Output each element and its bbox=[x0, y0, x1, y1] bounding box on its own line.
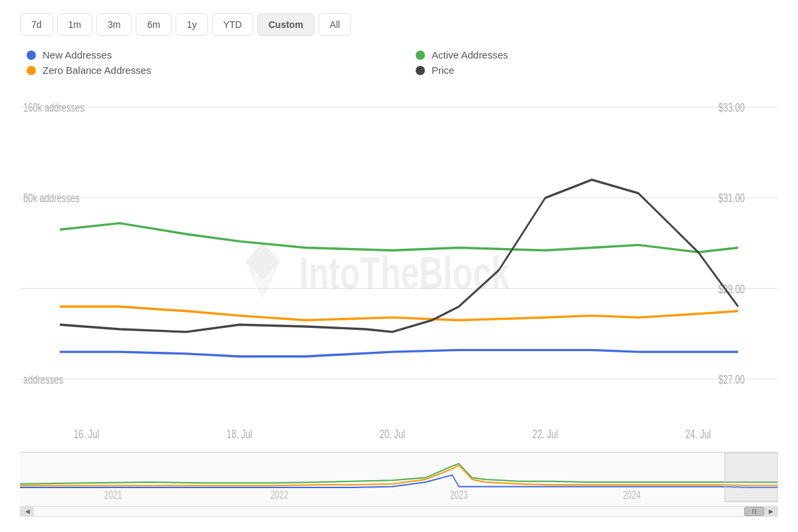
navigator-scrollbar[interactable]: ◀ ▶ bbox=[20, 506, 778, 517]
svg-text:IntoTheBlock: IntoTheBlock bbox=[299, 247, 510, 298]
svg-text:16. Jul: 16. Jul bbox=[74, 428, 99, 440]
legend-item-active: Active Addresses bbox=[416, 49, 778, 61]
chart-wrapper: IntoTheBlock 160k addresses 80k addresse… bbox=[20, 89, 778, 519]
svg-text:2024: 2024 bbox=[623, 489, 641, 501]
legend-dot-active bbox=[416, 51, 425, 60]
nav-left-arrow[interactable]: ◀ bbox=[21, 507, 34, 516]
time-btn-3m[interactable]: 3m bbox=[96, 13, 132, 36]
time-range-buttons: 7d1m3m6m1yYTDCustomAll bbox=[20, 13, 778, 36]
legend-label-active: Active Addresses bbox=[432, 49, 508, 61]
legend-item-zero: Zero Balance Addresses bbox=[27, 65, 389, 76]
chart-svg: IntoTheBlock 160k addresses 80k addresse… bbox=[20, 89, 778, 452]
nav-track[interactable] bbox=[34, 507, 764, 516]
svg-text:20. Jul: 20. Jul bbox=[380, 428, 405, 440]
svg-text:$31.00: $31.00 bbox=[718, 192, 745, 204]
svg-text:addresses: addresses bbox=[23, 373, 63, 386]
legend-item-price: Price bbox=[416, 65, 778, 76]
main-container: 7d1m3m6m1yYTDCustomAll New AddressesActi… bbox=[0, 0, 798, 532]
legend-label-price: Price bbox=[432, 65, 454, 76]
svg-text:18. Jul: 18. Jul bbox=[227, 428, 252, 440]
nav-right-arrow[interactable]: ▶ bbox=[764, 507, 777, 516]
svg-text:$33.00: $33.00 bbox=[718, 101, 745, 114]
svg-text:2022: 2022 bbox=[271, 489, 289, 501]
time-btn-1m[interactable]: 1m bbox=[57, 13, 92, 36]
svg-text:2021: 2021 bbox=[104, 489, 122, 501]
navigator: 2021 2022 2023 2024 ◀ bbox=[20, 452, 778, 519]
legend-dot-zero bbox=[27, 66, 36, 75]
time-btn-all[interactable]: All bbox=[319, 13, 352, 36]
legend-item-new: New Addresses bbox=[27, 49, 389, 61]
svg-text:160k addresses: 160k addresses bbox=[23, 101, 84, 114]
svg-marker-5 bbox=[246, 243, 279, 280]
svg-text:24. Jul: 24. Jul bbox=[686, 428, 711, 440]
nav-handle-grip bbox=[752, 509, 756, 514]
svg-rect-24 bbox=[725, 453, 778, 501]
chart-legend: New AddressesActive AddressesZero Balanc… bbox=[20, 49, 778, 76]
nav-handle[interactable] bbox=[744, 507, 764, 516]
legend-dot-new bbox=[27, 51, 36, 60]
time-btn-custom[interactable]: Custom bbox=[257, 13, 315, 36]
time-btn-ytd[interactable]: YTD bbox=[212, 13, 253, 36]
svg-text:80k addresses: 80k addresses bbox=[23, 192, 80, 204]
svg-text:2023: 2023 bbox=[450, 489, 468, 501]
svg-text:22. Jul: 22. Jul bbox=[533, 428, 558, 440]
legend-dot-price bbox=[416, 66, 425, 75]
time-btn-6m[interactable]: 6m bbox=[136, 13, 171, 36]
navigator-svg: 2021 2022 2023 2024 bbox=[20, 453, 778, 506]
time-btn-7d[interactable]: 7d bbox=[20, 13, 53, 36]
legend-label-new: New Addresses bbox=[43, 49, 112, 61]
svg-text:$27.00: $27.00 bbox=[718, 373, 745, 386]
time-btn-1y[interactable]: 1y bbox=[176, 13, 208, 36]
legend-label-zero: Zero Balance Addresses bbox=[43, 65, 151, 76]
main-chart: IntoTheBlock 160k addresses 80k addresse… bbox=[20, 89, 778, 452]
